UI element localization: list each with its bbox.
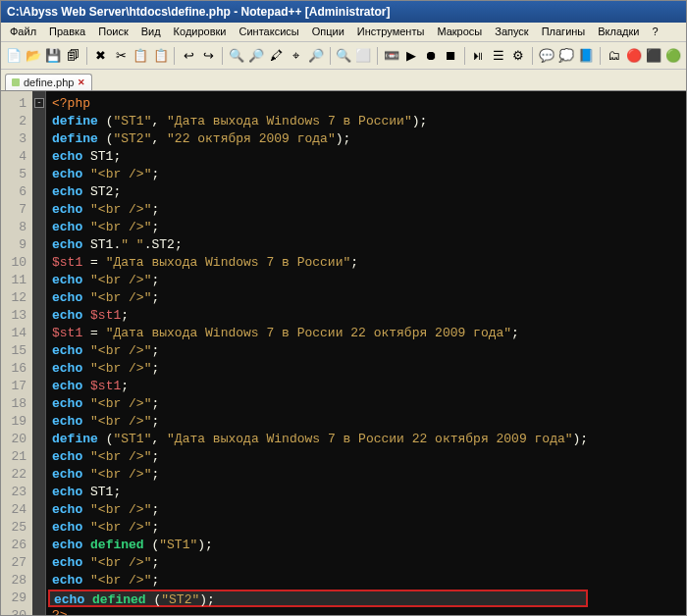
code-line[interactable]: echo "<br />";: [52, 466, 588, 484]
toolbar-button[interactable]: 📘: [578, 46, 595, 66]
code-line[interactable]: ?>: [52, 607, 588, 616]
code-line[interactable]: echo "<br />";: [52, 272, 588, 289]
toolbar-button[interactable]: ⏹: [443, 46, 459, 66]
menu-item[interactable]: Опции: [307, 25, 349, 41]
code-line[interactable]: echo "<br />";: [52, 342, 588, 360]
menu-item[interactable]: Кодировки: [169, 25, 232, 41]
menu-item[interactable]: Инструменты: [352, 25, 430, 41]
line-number: 11: [5, 272, 26, 289]
code-line[interactable]: echo "<br />";: [52, 501, 588, 519]
toolbar-button[interactable]: ✂: [113, 46, 130, 66]
code-line[interactable]: echo $st1;: [52, 307, 588, 325]
code-line[interactable]: $st1 = "Дата выхода Windows 7 в России";: [52, 254, 588, 272]
code-editor[interactable]: 1234567891011121314151617181920212223242…: [1, 91, 686, 616]
toolbar-button[interactable]: 🔍: [335, 46, 351, 66]
tab-bar: define.php ✕: [1, 70, 686, 91]
toolbar-button[interactable]: 🖍: [268, 46, 285, 66]
code-line[interactable]: echo "<br />";: [52, 519, 588, 537]
code-line[interactable]: echo "<br />";: [52, 448, 588, 466]
close-icon[interactable]: ✕: [78, 77, 85, 87]
line-number: 19: [5, 413, 26, 431]
toolbar-button[interactable]: ⬛: [645, 46, 661, 66]
toolbar-button[interactable]: 📄: [5, 46, 22, 66]
toolbar-button[interactable]: 💬: [538, 46, 555, 66]
toolbar-button[interactable]: 📋: [132, 46, 149, 66]
file-type-icon: [12, 78, 20, 86]
toolbar-button[interactable]: ⚙: [510, 46, 527, 66]
code-line[interactable]: <?php: [52, 95, 588, 113]
code-line[interactable]: echo "<br />";: [52, 219, 588, 236]
menu-item[interactable]: Синтаксисы: [235, 25, 304, 41]
code-line[interactable]: echo "<br />";: [52, 395, 588, 413]
code-area[interactable]: <?phpdefine ("ST1", "Дата выхода Windows…: [46, 91, 588, 616]
toolbar-button[interactable]: 🟢: [665, 46, 682, 66]
toolbar-separator: [86, 47, 87, 65]
code-line[interactable]: echo "<br />";: [52, 413, 588, 431]
toolbar-button[interactable]: ✖: [92, 46, 109, 66]
menu-item[interactable]: Правка: [44, 25, 90, 41]
line-number: 24: [5, 501, 26, 519]
code-line[interactable]: echo defined ("ST2");: [48, 590, 588, 607]
code-line[interactable]: echo "<br />";: [52, 289, 588, 307]
line-number: 13: [5, 307, 26, 325]
toolbar-button[interactable]: ↪: [200, 46, 217, 66]
line-number: 20: [5, 431, 26, 448]
line-number: 30: [5, 607, 26, 616]
toolbar-button[interactable]: 📂: [25, 46, 41, 66]
menu-item[interactable]: Вкладки: [593, 25, 644, 41]
code-line[interactable]: define ("ST1", "Дата выхода Windows 7 в …: [52, 113, 588, 130]
toolbar-separator: [600, 47, 601, 65]
window-title: C:\Abyss Web Server\htdocs\define.php - …: [7, 5, 391, 19]
code-line[interactable]: echo "<br />";: [52, 166, 588, 183]
code-line[interactable]: echo ST1;: [52, 148, 588, 166]
file-tab[interactable]: define.php ✕: [5, 74, 92, 90]
toolbar-button[interactable]: 🔍: [228, 46, 244, 66]
toolbar-button[interactable]: 📋: [152, 46, 169, 66]
code-line[interactable]: echo ST2;: [52, 183, 588, 201]
code-line[interactable]: echo ST1." ".ST2;: [52, 236, 588, 254]
toolbar-separator: [377, 47, 378, 65]
line-number: 29: [5, 590, 26, 607]
toolbar-button[interactable]: ⏯: [470, 46, 487, 66]
code-line[interactable]: echo "<br />";: [52, 201, 588, 219]
code-line[interactable]: echo "<br />";: [52, 360, 588, 378]
toolbar-button[interactable]: ▶: [402, 46, 419, 66]
toolbar-separator: [532, 47, 533, 65]
toolbar-button[interactable]: 🗐: [65, 46, 81, 66]
tab-label: define.php: [24, 77, 74, 88]
toolbar-button[interactable]: 📼: [383, 46, 399, 66]
menu-item[interactable]: Макросы: [432, 25, 487, 41]
menu-item[interactable]: Запуск: [490, 25, 533, 41]
menu-item[interactable]: Файл: [5, 25, 41, 41]
menu-item[interactable]: Плагины: [537, 25, 591, 41]
toolbar-button[interactable]: 💾: [45, 46, 62, 66]
toolbar-button[interactable]: 🗂: [606, 46, 622, 66]
menu-item[interactable]: Вид: [136, 25, 166, 41]
toolbar-button[interactable]: ⬜: [355, 46, 372, 66]
line-number-gutter: 1234567891011121314151617181920212223242…: [1, 91, 32, 616]
toolbar-separator: [222, 47, 223, 65]
code-line[interactable]: echo ST1;: [52, 484, 588, 501]
toolbar-button[interactable]: 🔎: [247, 46, 264, 66]
toolbar-button[interactable]: 🔴: [625, 46, 642, 66]
code-line[interactable]: $st1 = "Дата выхода Windows 7 в России 2…: [52, 325, 588, 342]
menu-item[interactable]: ?: [647, 25, 662, 41]
line-number: 3: [5, 130, 26, 148]
code-line[interactable]: echo "<br />";: [52, 572, 588, 590]
code-line[interactable]: echo "<br />";: [52, 554, 588, 572]
fold-toggle-icon[interactable]: -: [34, 98, 44, 108]
toolbar-button[interactable]: ☰: [490, 46, 506, 66]
menu-item[interactable]: Поиск: [93, 25, 132, 41]
line-number: 9: [5, 236, 26, 254]
line-number: 5: [5, 166, 26, 183]
code-line[interactable]: echo $st1;: [52, 378, 588, 395]
toolbar-button[interactable]: 🔎: [307, 46, 324, 66]
toolbar-button[interactable]: ↩: [180, 46, 196, 66]
toolbar-button[interactable]: ⌖: [288, 46, 304, 66]
line-number: 7: [5, 201, 26, 219]
code-line[interactable]: define ("ST1", "Дата выхода Windows 7 в …: [52, 431, 588, 448]
toolbar-button[interactable]: 💭: [557, 46, 574, 66]
code-line[interactable]: define ("ST2", "22 октября 2009 года");: [52, 130, 588, 148]
toolbar-button[interactable]: ⏺: [423, 46, 440, 66]
code-line[interactable]: echo defined ("ST1");: [52, 537, 588, 554]
